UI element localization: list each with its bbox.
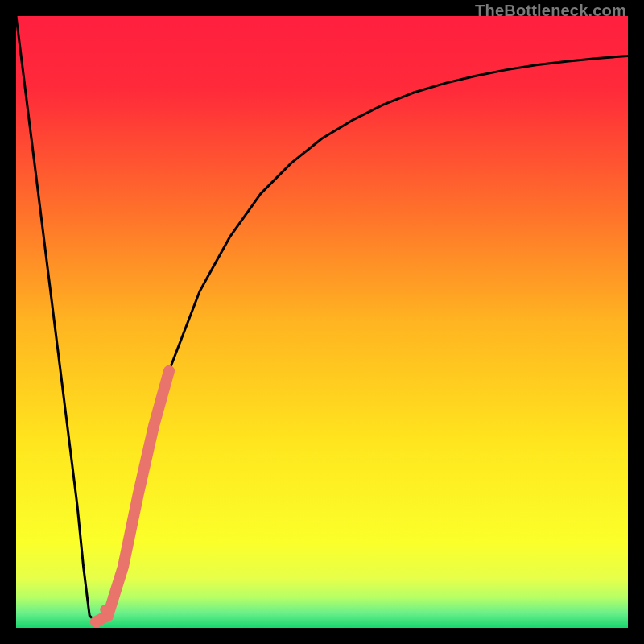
highlight-segment [96, 371, 169, 622]
highlight-dot [91, 616, 102, 627]
highlight-dot [108, 592, 118, 602]
bottleneck-curve [16, 16, 628, 621]
highlight-dot [100, 605, 109, 614]
watermark-text: TheBottleneck.com [475, 2, 626, 20]
curve-layer [16, 16, 628, 628]
plot-area [16, 16, 628, 628]
chart-frame: TheBottleneck.com [0, 0, 644, 644]
